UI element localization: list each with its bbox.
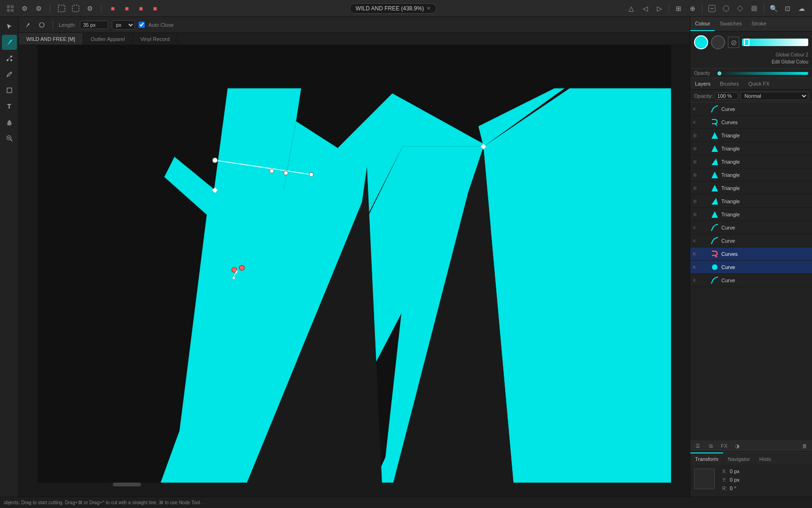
fx-icon[interactable]: FX bbox=[719, 441, 729, 451]
layer-item[interactable]: K Curve bbox=[690, 274, 812, 287]
navigator-tab[interactable]: Navigator bbox=[723, 452, 755, 465]
move-tool-button[interactable] bbox=[2, 19, 17, 34]
layer-group-icon[interactable]: ⊞ bbox=[693, 186, 700, 190]
tab-close-button[interactable]: ✕ bbox=[427, 6, 430, 11]
layer-thumb bbox=[710, 131, 719, 140]
layer-visibility-icon[interactable]: K bbox=[693, 252, 700, 256]
layer-item[interactable]: ⊞ Triangle bbox=[690, 155, 812, 168]
layer-group-icon[interactable]: ⊞ bbox=[693, 212, 700, 217]
brushes-tab[interactable]: Brushes bbox=[715, 78, 743, 89]
select-icon-1[interactable] bbox=[55, 2, 68, 15]
color-icon-2[interactable]: ■ bbox=[120, 2, 133, 15]
color-icon-4[interactable]: ■ bbox=[148, 2, 162, 15]
layer-item[interactable]: K Curve bbox=[690, 234, 812, 247]
color-spectrum[interactable] bbox=[742, 39, 808, 46]
layer-item[interactable]: ⊞ Triangle bbox=[690, 142, 812, 155]
svg-marker-47 bbox=[711, 172, 718, 178]
zoom-tool-button[interactable] bbox=[2, 131, 17, 146]
gear-icon-1[interactable]: ⚙ bbox=[18, 2, 31, 15]
color-icon-1[interactable]: ■ bbox=[106, 2, 119, 15]
canvas-scrollbar-h[interactable] bbox=[19, 483, 690, 486]
history-tab[interactable]: Histo bbox=[755, 452, 776, 465]
edit-global-color-button[interactable]: Edit Global Colou bbox=[694, 59, 808, 64]
stroke-tab[interactable]: Stroke bbox=[747, 17, 771, 31]
zoom-fit-icon[interactable]: ⊞ bbox=[672, 2, 685, 15]
layer-item[interactable]: ⊞ Triangle bbox=[690, 182, 812, 195]
length-input[interactable] bbox=[80, 21, 108, 29]
add-icon[interactable]: ⊕ bbox=[686, 2, 699, 15]
forward-icon[interactable]: ▷ bbox=[653, 2, 666, 15]
layer-item[interactable]: K Curves bbox=[690, 116, 812, 129]
cloud-icon[interactable]: ☁ bbox=[795, 2, 808, 15]
canvas-area[interactable] bbox=[19, 45, 690, 486]
doc-tab-2[interactable]: Vinyl Record bbox=[133, 33, 178, 45]
layer-item-selected-curves[interactable]: K Curves bbox=[690, 247, 812, 261]
pen-sub-icon-2[interactable] bbox=[37, 20, 47, 30]
add-group-icon[interactable]: ⧉ bbox=[706, 441, 716, 451]
pen-sub-icon-1[interactable] bbox=[23, 20, 33, 30]
layer-visibility-icon[interactable]: K bbox=[693, 238, 700, 243]
layer-group-icon[interactable]: ⊞ bbox=[693, 173, 700, 177]
opacity-slider[interactable] bbox=[717, 72, 808, 75]
app-icon[interactable] bbox=[4, 2, 17, 15]
doc-tab-0[interactable]: WILD AND FREE [M] bbox=[19, 33, 83, 45]
swatches-tab[interactable]: Swatches bbox=[715, 17, 747, 31]
back-icon[interactable]: ◁ bbox=[639, 2, 652, 15]
layer-group-icon[interactable]: ⊞ bbox=[693, 146, 700, 151]
scrollbar-thumb-h[interactable] bbox=[113, 483, 141, 486]
shape-tool-button[interactable] bbox=[2, 83, 17, 98]
opacity-value-input[interactable] bbox=[715, 92, 738, 100]
color-icon-3[interactable]: ■ bbox=[134, 2, 148, 15]
layer-item[interactable]: ⊞ Triangle bbox=[690, 168, 812, 182]
doc-tab-1[interactable]: Outlier Apparel bbox=[83, 33, 133, 45]
text-tool-button[interactable]: T bbox=[2, 99, 17, 114]
layer-visibility-icon[interactable]: K bbox=[693, 265, 700, 270]
transform-tab[interactable]: Transform bbox=[690, 452, 723, 465]
layers-list[interactable]: K Curve K Curves ⊞ Triangle ⊞ bbox=[690, 103, 812, 440]
pen-tool-button[interactable] bbox=[2, 35, 17, 50]
layer-visibility-icon[interactable]: K bbox=[693, 225, 700, 230]
stroke-color-swatch[interactable] bbox=[711, 35, 725, 49]
layer-item[interactable]: ⊞ Triangle bbox=[690, 129, 812, 142]
select-icon-3[interactable]: ⚙ bbox=[83, 2, 96, 15]
share-icon[interactable]: ⊡ bbox=[781, 2, 794, 15]
separator-1 bbox=[50, 4, 50, 13]
layer-visibility-icon[interactable]: K bbox=[693, 278, 700, 283]
add-layer-icon[interactable]: ☰ bbox=[693, 441, 703, 451]
node-tool-button[interactable] bbox=[2, 51, 17, 66]
layer-group-icon[interactable]: ⊞ bbox=[693, 199, 700, 204]
auto-close-checkbox[interactable] bbox=[139, 22, 145, 28]
select-icon-2[interactable] bbox=[69, 2, 82, 15]
layers-tab[interactable]: Layers bbox=[690, 78, 715, 89]
unit-dropdown[interactable]: px mm bbox=[112, 20, 135, 30]
export-icon-3[interactable] bbox=[734, 2, 747, 15]
layer-group-icon[interactable]: ⊞ bbox=[693, 133, 700, 138]
blend-mode-select[interactable]: Normal Multiply Screen Overlay bbox=[740, 92, 808, 100]
search-icon[interactable]: 🔍 bbox=[767, 2, 780, 15]
layer-visibility-icon[interactable]: K bbox=[693, 107, 700, 111]
delete-layer-icon[interactable]: 🗑 bbox=[800, 441, 809, 451]
gear-icon-2[interactable]: ⚙ bbox=[32, 2, 45, 15]
no-color-swatch[interactable]: ⊘ bbox=[728, 37, 739, 48]
layer-item[interactable]: ⊞ Triangle bbox=[690, 208, 812, 221]
layer-visibility-icon[interactable]: K bbox=[693, 120, 700, 125]
layer-item[interactable]: K Curve bbox=[690, 103, 812, 116]
pencil-tool-button[interactable] bbox=[2, 67, 17, 82]
fill-color-swatch[interactable] bbox=[694, 35, 708, 49]
mask-icon[interactable]: ◑ bbox=[733, 441, 742, 451]
document-tab-pill[interactable]: WILD AND FREE (438.9%) ✕ bbox=[350, 3, 437, 14]
layer-item[interactable]: K Curve bbox=[690, 221, 812, 234]
quick-fx-tab[interactable]: Quick FX bbox=[743, 78, 774, 89]
colour-tab[interactable]: Colour bbox=[690, 17, 715, 31]
color-spectrum-handle[interactable] bbox=[744, 39, 750, 46]
export-icon-2[interactable] bbox=[719, 2, 733, 15]
tab-title: WILD AND FREE (438.9%) bbox=[356, 5, 424, 12]
export-icon-4[interactable] bbox=[748, 2, 761, 15]
pen-tool-icon[interactable]: △ bbox=[625, 2, 638, 15]
layer-item-selected-curve-circle[interactable]: K Curve bbox=[690, 261, 812, 274]
export-icon-1[interactable] bbox=[705, 2, 718, 15]
layer-item[interactable]: ⊞ Triangle bbox=[690, 195, 812, 208]
fill-tool-button[interactable] bbox=[2, 115, 17, 130]
layer-group-icon[interactable]: ⊞ bbox=[693, 159, 700, 164]
opacity-row: Opacity bbox=[694, 71, 808, 76]
